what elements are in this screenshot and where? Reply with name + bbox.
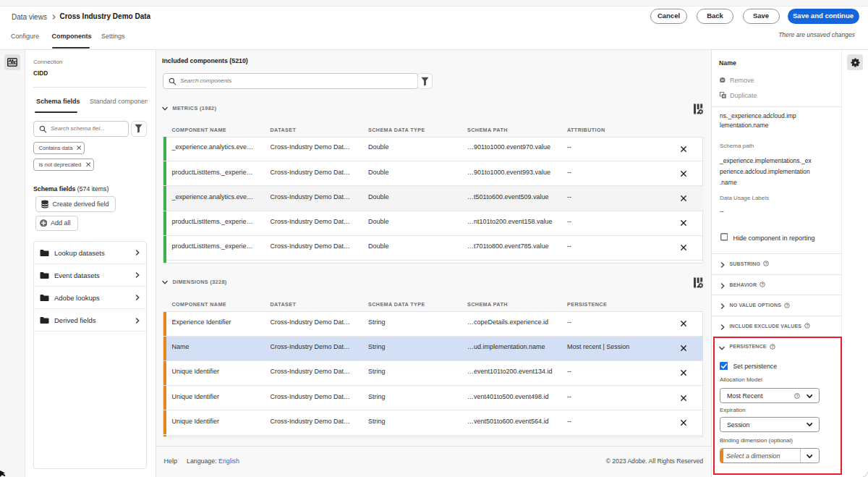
svg-text:?: ? — [765, 261, 767, 266]
svg-text:?: ? — [786, 303, 788, 308]
svg-text:?: ? — [807, 324, 809, 328]
svg-text:?: ? — [762, 282, 764, 287]
